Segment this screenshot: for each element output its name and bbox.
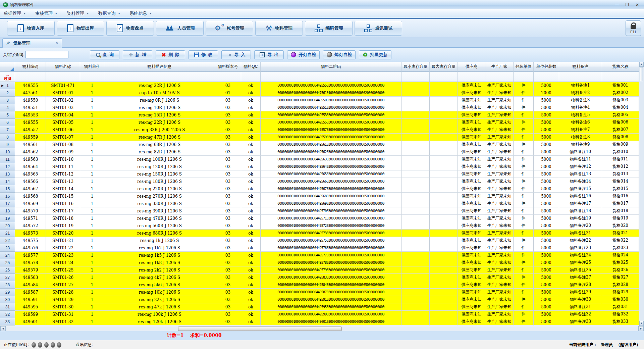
cell-material-note[interactable]: 物料备注4 <box>559 104 602 111</box>
cell-qr-code[interactable]: 0000000001000000000000449579030000000000… <box>261 266 401 274</box>
cell-manufacturer[interactable]: 生产厂家未知 <box>485 97 514 104</box>
cell-material-name[interactable]: SMT01-14 <box>46 185 80 193</box>
cell-max-capacity[interactable] <box>430 289 458 296</box>
cell-material-name[interactable]: SMT01-15 <box>46 193 80 200</box>
filter-cell-description[interactable] <box>104 72 215 82</box>
export-button[interactable]: ↓导 出 <box>254 50 284 59</box>
cell-shelf-name[interactable]: 货格023 <box>602 244 639 252</box>
row-number-cell[interactable]: 11 <box>0 156 15 163</box>
cell-supplier[interactable]: 供应商未知 <box>458 244 485 252</box>
table-row[interactable]: ▶1449555SMT01-4711res-mg 22R J 1206 S03o… <box>0 82 644 89</box>
filter-cell-row-selector[interactable]: →过滤 <box>0 72 15 82</box>
cell-version[interactable]: 03 <box>215 82 241 89</box>
cell-version[interactable]: 03 <box>215 104 241 111</box>
cell-manufacturer[interactable]: 生产厂家未知 <box>485 274 514 281</box>
cell-material-note[interactable]: 物料备注21 <box>559 230 602 237</box>
cell-material-name[interactable]: SMT01-06 <box>46 126 80 134</box>
cell-material-code[interactable]: 449568 <box>15 193 46 200</box>
table-row[interactable]: 24449577SMT01-231res-mg 1k5 J 1206 S03ok… <box>0 252 644 259</box>
cell-material-name[interactable]: SMT01-30 <box>46 303 80 311</box>
cell-units-per-package[interactable]: 5000 <box>534 134 559 141</box>
cell-version[interactable]: 03 <box>215 296 241 303</box>
cell-package-unit[interactable]: 件 <box>514 148 534 156</box>
cell-material-code[interactable]: 449551 <box>15 104 46 111</box>
cell-description[interactable]: res-mg 68R J 1206 S <box>104 141 215 148</box>
cell-supplier[interactable]: 供应商未知 <box>458 119 485 126</box>
filter-cell-max-capacity[interactable] <box>430 72 458 82</box>
cell-material-name[interactable]: SMT01-27 <box>46 281 80 289</box>
cell-version[interactable]: 03 <box>215 163 241 170</box>
cell-material-code[interactable]: 449576 <box>15 244 46 252</box>
cell-description[interactable]: res-mg 1k5 J 1206 S <box>104 252 215 259</box>
cell-version[interactable]: 03 <box>215 170 241 178</box>
cell-package-unit[interactable]: 件 <box>514 193 534 200</box>
cell-shelf-name[interactable]: 货格003 <box>602 97 639 104</box>
cell-version[interactable]: 03 <box>215 148 241 156</box>
cell-material-code[interactable]: 449566 <box>15 178 46 185</box>
cell-unit-price[interactable]: 1 <box>80 97 104 104</box>
column-header-units-per-package[interactable]: 单位包装数 <box>534 62 559 72</box>
table-row[interactable]: 20449572SMT01-191res-mg 560R J 1206 S03o… <box>0 222 644 230</box>
row-number-cell[interactable]: 18 <box>0 207 15 215</box>
cell-version[interactable]: 03 <box>215 281 241 289</box>
cell-supplier[interactable]: 供应商未知 <box>458 97 485 104</box>
cell-version[interactable]: 03 <box>215 252 241 259</box>
cell-manufacturer[interactable]: 生产厂家未知 <box>485 244 514 252</box>
cell-qc[interactable]: ok <box>241 244 261 252</box>
add-button[interactable]: ✚新 增 <box>123 50 152 59</box>
cell-material-note[interactable]: 物料备注14 <box>559 178 602 185</box>
cell-manufacturer[interactable]: 生产厂家未知 <box>485 207 514 215</box>
cell-qc[interactable]: ok <box>241 97 261 104</box>
light-off-test-button[interactable]: 熄灯自检 <box>323 50 356 59</box>
cell-manufacturer[interactable]: 生产厂家未知 <box>485 222 514 230</box>
cell-description[interactable]: res-mg 22k J 1206 S <box>104 296 215 303</box>
cell-material-code[interactable]: 449595 <box>15 303 46 311</box>
cell-package-unit[interactable]: 件 <box>514 266 534 274</box>
cell-manufacturer[interactable]: 生产厂家未知 <box>485 303 514 311</box>
cell-unit-price[interactable]: 1 <box>80 89 104 97</box>
cell-qr-code[interactable]: 0000000001000000000000449572030000000000… <box>261 222 401 230</box>
row-number-cell[interactable]: 23 <box>0 244 15 252</box>
cell-material-note[interactable]: 物料备注29 <box>559 289 602 296</box>
cell-shelf-name[interactable]: 货格029 <box>602 289 639 296</box>
cell-version[interactable]: 03 <box>215 318 241 326</box>
cell-manufacturer[interactable]: 生产厂家未知 <box>485 259 514 266</box>
row-number-cell[interactable]: 6 <box>0 119 15 126</box>
cell-description[interactable]: res-mg 10R J 1206 S <box>104 104 215 111</box>
cell-shelf-name[interactable]: 货格025 <box>602 259 639 266</box>
cell-shelf-name[interactable]: 货格020 <box>602 222 639 230</box>
cell-unit-price[interactable]: 1 <box>80 303 104 311</box>
cell-version[interactable]: 03 <box>215 119 241 126</box>
table-row[interactable]: 10449562SMT01-091res-mg 82R J 1206 S03ok… <box>0 148 644 156</box>
cell-description[interactable]: res-mg 680R J 1206 S <box>104 230 215 237</box>
cell-package-unit[interactable]: 件 <box>514 259 534 266</box>
cell-package-unit[interactable]: 件 <box>514 119 534 126</box>
cell-package-unit[interactable]: 件 <box>514 82 534 89</box>
table-row[interactable]: 13449565SMT01-121res-mg 150R J 1206 S03o… <box>0 170 644 178</box>
cell-qr-code[interactable]: 0000000001000000000000449570030000000000… <box>261 207 401 215</box>
cell-qr-code[interactable]: 0000000001000000000000449601030000000000… <box>261 318 401 326</box>
table-row[interactable]: 16449568SMT01-151res-mg 270R J 1206 S03o… <box>0 193 644 200</box>
cell-shelf-name[interactable]: 货格009 <box>602 141 639 148</box>
comm-test-button[interactable]: 通讯测试 <box>355 21 402 36</box>
scroll-right-icon[interactable]: ► <box>638 326 644 331</box>
cell-qr-code[interactable]: 0000000001000000000000449575030000000000… <box>261 237 401 244</box>
row-number-cell[interactable]: 28 <box>0 281 15 289</box>
cell-shelf-name[interactable]: 货格032 <box>602 311 639 318</box>
row-number-cell[interactable]: 4 <box>0 104 15 111</box>
cell-units-per-package[interactable]: 5000 <box>534 252 559 259</box>
cell-min-capacity[interactable] <box>401 126 430 134</box>
cell-units-per-package[interactable]: 5000 <box>534 266 559 274</box>
maximize-button[interactable]: ❒ <box>622 1 632 8</box>
cell-units-per-package[interactable]: 2000 <box>534 89 559 97</box>
cell-material-note[interactable]: 物料备注20 <box>559 222 602 230</box>
cell-description[interactable]: res-mg 100R J 1206 S <box>104 156 215 163</box>
cell-material-note[interactable]: 物料备注9 <box>559 141 602 148</box>
cell-min-capacity[interactable] <box>401 148 430 156</box>
cell-manufacturer[interactable]: 生产厂家未知 <box>485 170 514 178</box>
cell-qc[interactable]: ok <box>241 311 261 318</box>
row-number-cell[interactable]: 8 <box>0 134 15 141</box>
cell-material-code[interactable]: 449571 <box>15 215 46 222</box>
filter-cell-qc[interactable] <box>241 72 261 82</box>
cell-material-note[interactable]: 物料备注1 <box>559 82 602 89</box>
